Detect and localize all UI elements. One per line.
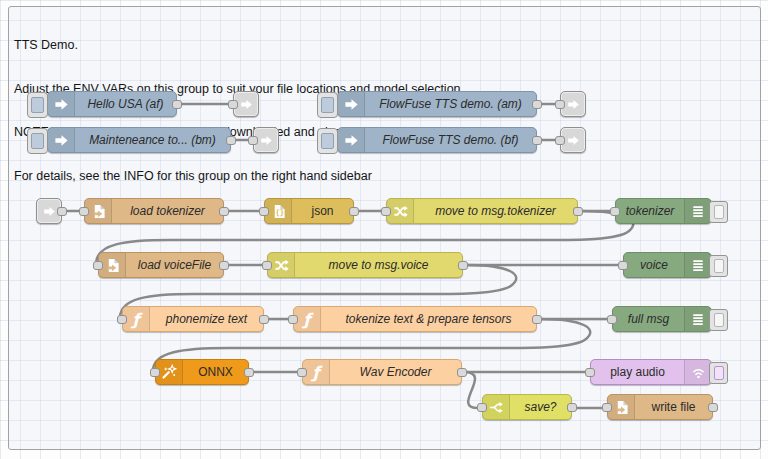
link-out-node[interactable]: [560, 127, 586, 153]
inject-arrow-icon: [48, 92, 75, 116]
input-port[interactable]: [150, 368, 160, 377]
node-label: load voiceFile: [126, 253, 223, 277]
node-label: FlowFuse TTS demo. (bf): [365, 128, 536, 152]
node-label: Wav Encoder: [330, 360, 461, 384]
switch-node-save[interactable]: save?: [482, 394, 572, 420]
json-node[interactable]: {} json: [264, 198, 354, 224]
node-label: phonemize text: [150, 307, 263, 331]
node-label: write file: [635, 395, 712, 419]
inject-node-flowfuse-am[interactable]: FlowFuse TTS demo. (am): [337, 91, 537, 117]
input-port[interactable]: [602, 403, 612, 412]
inject-button[interactable]: [317, 128, 338, 154]
input-port[interactable]: [477, 403, 487, 412]
link-out-node[interactable]: [233, 91, 259, 117]
link-out-node[interactable]: [253, 127, 279, 153]
link-arrow-icon: [43, 205, 56, 218]
function-f-icon: ƒ: [123, 307, 150, 331]
input-port[interactable]: [259, 207, 269, 216]
function-node-wav-encoder[interactable]: ƒ Wav Encoder: [302, 359, 462, 385]
output-port[interactable]: [172, 100, 182, 109]
json-doc-icon: {}: [265, 199, 292, 223]
function-f-icon: ƒ: [303, 360, 330, 384]
inject-button[interactable]: [27, 92, 48, 118]
output-port[interactable]: [532, 100, 542, 109]
input-port[interactable]: [618, 261, 628, 270]
file-out-icon: [608, 395, 635, 419]
function-node-tokenize[interactable]: ƒ tokenize text & prepare tensors: [293, 306, 537, 332]
inject-button-face: [31, 97, 44, 113]
debug-node-voice[interactable]: voice: [623, 252, 712, 278]
link-out-node[interactable]: [560, 91, 586, 117]
output-port[interactable]: [349, 207, 359, 216]
play-audio-node[interactable]: play audio: [590, 359, 712, 385]
file-out-node-write-file[interactable]: write file: [607, 394, 713, 420]
output-port[interactable]: [457, 368, 467, 377]
file-in-icon: [85, 199, 112, 223]
input-port[interactable]: [117, 315, 127, 324]
debug-list-icon: [684, 307, 711, 331]
input-port[interactable]: [607, 315, 617, 324]
node-label: move to msg.tokenizer: [414, 199, 577, 223]
node-label: save?: [510, 395, 571, 419]
node-label: voice: [624, 253, 684, 277]
input-port[interactable]: [381, 207, 391, 216]
input-port[interactable]: [228, 100, 238, 109]
input-port[interactable]: [262, 261, 272, 270]
output-port[interactable]: [259, 315, 269, 324]
function-node-phonemize[interactable]: ƒ phonemize text: [122, 306, 264, 332]
output-port[interactable]: [532, 136, 542, 145]
inject-button[interactable]: [317, 92, 338, 118]
file-in-node-load-tokenizer[interactable]: load tokenizer: [84, 198, 224, 224]
input-port[interactable]: [288, 315, 298, 324]
link-in-node[interactable]: [36, 198, 62, 224]
inject-node-flowfuse-bf[interactable]: FlowFuse TTS demo. (bf): [337, 127, 537, 153]
debug-toggle-button[interactable]: [709, 201, 728, 223]
input-port[interactable]: [248, 136, 258, 145]
input-port[interactable]: [585, 368, 595, 377]
debug-toggle-face: [714, 259, 724, 273]
output-port[interactable]: [219, 261, 229, 270]
debug-node-full-msg[interactable]: full msg: [612, 306, 712, 332]
output-port[interactable]: [573, 207, 583, 216]
output-port[interactable]: [458, 261, 468, 270]
node-label: Hello USA (af): [75, 92, 176, 116]
node-label: ONNX: [183, 360, 248, 384]
output-port[interactable]: [567, 403, 577, 412]
inject-arrow-icon: [338, 128, 365, 152]
node-label: tokenizer: [616, 199, 684, 223]
flow-canvas: TTS Demo. Adjust the ENV VARs on this gr…: [0, 0, 768, 459]
input-port[interactable]: [297, 368, 307, 377]
node-label: move to msg.voice: [295, 253, 462, 277]
output-port[interactable]: [226, 136, 236, 145]
debug-node-tokenizer[interactable]: tokenizer: [615, 198, 712, 224]
link-arrow-icon: [567, 98, 580, 111]
input-port[interactable]: [93, 261, 103, 270]
play-audio-button-face: [714, 366, 724, 380]
inject-node-maintenance[interactable]: Mainteneance to... (bm): [47, 127, 231, 153]
output-port[interactable]: [532, 315, 542, 324]
onnx-node[interactable]: ONNX: [155, 359, 249, 385]
file-in-node-load-voicefile[interactable]: load voiceFile: [98, 252, 224, 278]
change-node-move-tokenizer[interactable]: move to msg.tokenizer: [386, 198, 578, 224]
inject-node-hello-usa[interactable]: Hello USA (af): [47, 91, 177, 117]
debug-toggle-button[interactable]: [709, 255, 728, 277]
link-arrow-icon: [240, 98, 253, 111]
input-port[interactable]: [555, 100, 565, 109]
input-port[interactable]: [555, 136, 565, 145]
output-port[interactable]: [219, 207, 229, 216]
debug-list-icon: [684, 253, 711, 277]
node-label: FlowFuse TTS demo. (am): [365, 92, 536, 116]
wire[interactable]: [464, 372, 478, 408]
inject-arrow-icon: [338, 92, 365, 116]
play-audio-button[interactable]: [709, 362, 728, 384]
change-node-move-voice[interactable]: move to msg.voice: [267, 252, 463, 278]
debug-toggle-face: [714, 205, 724, 219]
output-port[interactable]: [57, 207, 67, 216]
inject-button[interactable]: [27, 128, 48, 154]
input-port[interactable]: [79, 207, 89, 216]
output-port[interactable]: [244, 368, 254, 377]
debug-toggle-button[interactable]: [709, 309, 728, 331]
inject-button-face: [321, 97, 334, 113]
input-port[interactable]: [610, 207, 620, 216]
output-port[interactable]: [708, 403, 718, 412]
